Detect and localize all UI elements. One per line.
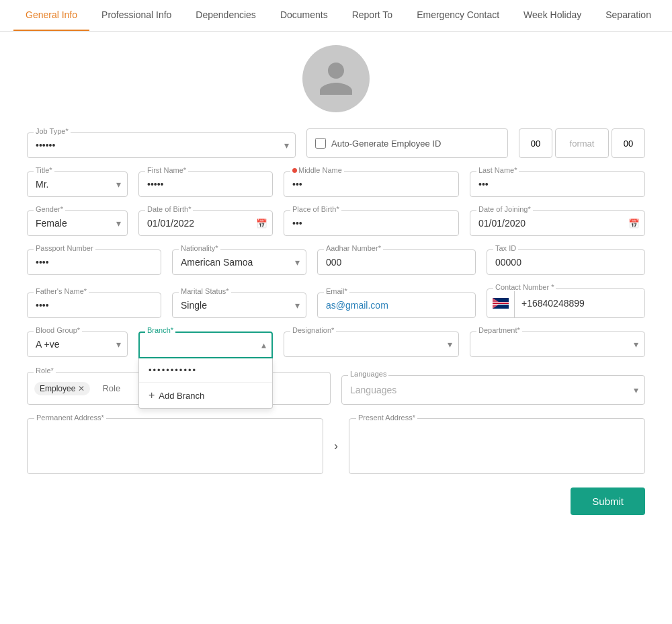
aadhar-input[interactable]	[317, 249, 476, 275]
tab-general-info[interactable]: General Info	[13, 0, 89, 31]
email-label: Email*	[324, 287, 349, 295]
role-label: Role*	[34, 366, 56, 375]
dob-input[interactable]	[138, 210, 273, 236]
passport-input[interactable]	[27, 249, 161, 275]
gender-select[interactable]: Female	[27, 210, 128, 236]
date-of-joining-calendar-icon[interactable]: 📅	[628, 219, 640, 229]
permanent-address-input[interactable]	[36, 431, 314, 465]
role-tag-close-icon[interactable]: ✕	[78, 384, 85, 393]
blood-group-select[interactable]: A +ve	[27, 332, 128, 357]
date-of-joining-label: Date of Joining*	[476, 205, 533, 213]
permanent-address-label: Permanent Address*	[34, 414, 106, 422]
aadhar-label: Aadhar Number*	[324, 244, 383, 252]
add-branch-label: Add Branch	[159, 391, 204, 401]
role-tag-employee: Employee ✕	[34, 382, 90, 395]
last-name-label: Last Name*	[476, 166, 519, 174]
contact-number-label: Contact Number *	[493, 283, 556, 291]
first-name-label: First Name*	[145, 166, 188, 174]
languages-wrapper: Languages ▾	[341, 375, 645, 405]
nationality-select[interactable]: American Samoa	[172, 249, 306, 275]
tab-week-holiday[interactable]: Week Holiday	[511, 0, 593, 31]
first-name-input[interactable]	[138, 171, 273, 197]
middle-name-required-dot	[292, 168, 297, 173]
add-branch-icon: +	[149, 389, 155, 401]
submit-button[interactable]: Submit	[571, 488, 645, 515]
department-label: Department*	[476, 326, 522, 334]
designation-label: Designation*	[290, 326, 336, 334]
place-of-birth-label: Place of Birth*	[290, 205, 341, 213]
contact-number-input[interactable]	[515, 289, 644, 317]
auto-generate-checkbox[interactable]	[315, 138, 326, 149]
middle-name-label: Middle Name	[290, 166, 344, 174]
middle-name-input[interactable]	[284, 171, 459, 197]
present-address-field[interactable]: Present Address*	[349, 418, 645, 474]
employee-id-seg2[interactable]	[555, 128, 609, 158]
job-type-select[interactable]: ••••••	[27, 132, 296, 158]
tab-dependencies[interactable]: Dependencies	[183, 0, 268, 31]
contact-flag	[487, 289, 515, 317]
auto-generate-label: Auto-Generate Employee ID	[331, 139, 441, 149]
add-branch-button[interactable]: + Add Branch	[139, 382, 272, 408]
nationality-label: Nationality*	[179, 244, 220, 252]
tab-separation[interactable]: Separation	[593, 0, 663, 31]
blood-group-label: Blood Group*	[34, 326, 82, 334]
title-label: Title*	[34, 166, 54, 174]
dob-label: Date of Birth*	[145, 205, 193, 213]
tax-id-input[interactable]	[487, 249, 645, 275]
languages-label: Languages	[348, 370, 388, 378]
title-select[interactable]: Mr.	[27, 171, 128, 197]
email-input[interactable]	[317, 292, 476, 318]
department-select[interactable]	[470, 332, 645, 357]
last-name-input[interactable]	[470, 171, 645, 197]
employee-id-seg1[interactable]	[519, 128, 552, 158]
dob-calendar-icon[interactable]: 📅	[256, 219, 267, 229]
branch-dropdown: ••••••••••• + Add Branch	[138, 358, 273, 409]
role-tag-label: Employee	[40, 384, 75, 393]
auto-generate-box: Auto-Generate Employee ID	[306, 128, 508, 158]
tab-report-to[interactable]: Report To	[340, 0, 405, 31]
job-type-label: Job Type*	[34, 127, 71, 135]
present-address-input[interactable]	[358, 431, 636, 465]
designation-select[interactable]	[284, 332, 459, 357]
place-of-birth-input[interactable]	[284, 210, 459, 236]
marital-status-select[interactable]: Single	[172, 292, 306, 318]
employee-id-seg3[interactable]	[612, 128, 645, 158]
present-address-label: Present Address*	[356, 414, 417, 422]
branch-label: Branch*	[145, 326, 175, 334]
tab-professional-info[interactable]: Professional Info	[89, 0, 183, 31]
contact-number-wrapper	[487, 288, 645, 318]
branch-dropdown-item[interactable]: •••••••••••	[139, 358, 272, 382]
father-name-input[interactable]	[27, 292, 161, 318]
svg-rect-4	[493, 303, 509, 304]
passport-label: Passport Number	[34, 244, 95, 252]
father-name-label: Father's Name*	[34, 287, 89, 295]
permanent-address-field[interactable]: Permanent Address*	[27, 418, 323, 474]
languages-select[interactable]: Languages	[341, 375, 645, 405]
date-of-joining-input[interactable]	[470, 210, 645, 236]
tax-id-label: Tax ID	[493, 244, 518, 252]
gender-label: Gender*	[34, 205, 65, 213]
marital-status-label: Marital Status*	[179, 287, 231, 295]
avatar[interactable]	[302, 45, 370, 112]
branch-select[interactable]	[138, 332, 273, 358]
employee-id-segments	[519, 128, 645, 158]
tab-emergency-contact[interactable]: Emergency Contact	[405, 0, 511, 31]
tab-documents[interactable]: Documents	[268, 0, 340, 31]
copy-address-arrow-icon[interactable]: ›	[334, 439, 338, 453]
tabs-bar: General Info Professional Info Dependenc…	[0, 0, 672, 32]
